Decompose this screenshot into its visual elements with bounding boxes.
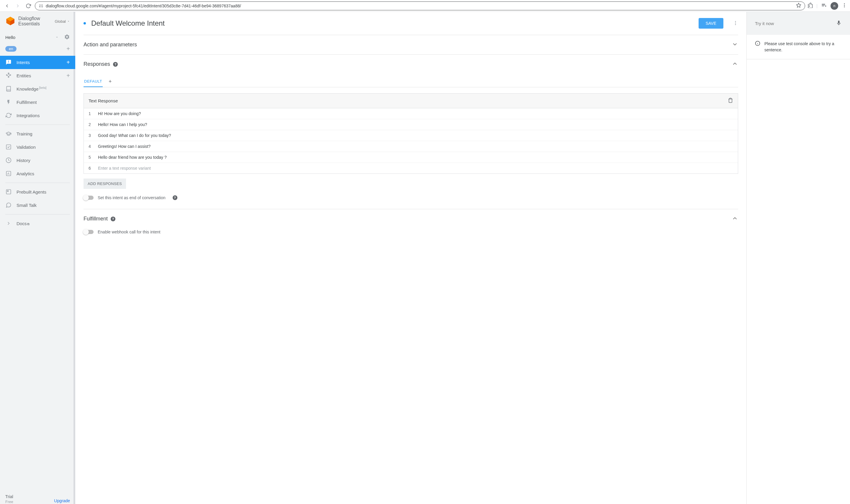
validation-icon [5, 144, 12, 150]
save-button[interactable]: SAVE [699, 18, 723, 29]
back-button[interactable] [3, 2, 11, 10]
sidebar-item-label: Small Talk [17, 203, 37, 208]
response-row[interactable]: 2Hello! How can I help you? [84, 119, 738, 130]
sidebar-item-label: Validation [17, 145, 36, 150]
sidebar-item-smalltalk[interactable]: Small Talk [0, 199, 75, 212]
sidebar-item-knowledge[interactable]: Knowledge[beta] [0, 82, 75, 96]
logo-area[interactable]: Dialogflow Essentials Global [0, 12, 75, 31]
add-language-button[interactable]: + [67, 46, 70, 52]
sidebar-item-training[interactable]: Training [0, 127, 75, 141]
forward-button[interactable] [14, 2, 22, 10]
response-row[interactable]: 1Hi! How are you doing? [84, 108, 738, 119]
chevron-down-icon [731, 41, 738, 48]
history-icon [5, 157, 12, 163]
add-entity-button[interactable]: + [67, 72, 70, 79]
url-bar[interactable]: dialogflow.cloud.google.com/#/agent/mypr… [35, 1, 805, 10]
sidebar-item-label: History [17, 158, 31, 163]
upgrade-link[interactable]: Upgrade [54, 498, 70, 503]
response-row-empty[interactable]: 6Enter a text response variant [84, 163, 738, 174]
sidebar-item-analytics[interactable]: Analytics [0, 167, 75, 180]
sidebar-item-label: Integrations [17, 113, 39, 118]
language-pill[interactable]: en [5, 46, 17, 52]
help-icon[interactable]: ? [173, 195, 177, 200]
site-settings-icon[interactable] [39, 3, 43, 8]
agent-selector[interactable]: Hello [5, 35, 59, 40]
sidebar-item-entities[interactable]: Entities + [0, 69, 75, 82]
sidebar-item-intents[interactable]: Intents + [0, 56, 75, 69]
sidebar-item-label: Training [17, 131, 33, 136]
try-it-input[interactable]: Try it now [755, 21, 774, 26]
sidebar-item-fulfillment[interactable]: Fulfillment [0, 96, 75, 109]
free-label: Free [5, 500, 13, 504]
svg-marker-9 [797, 3, 801, 7]
sidebar-item-validation[interactable]: Validation [0, 141, 75, 154]
extensions-icon[interactable] [808, 3, 813, 9]
unsaved-indicator [84, 22, 86, 24]
svg-point-12 [844, 6, 845, 7]
playlist-icon[interactable] [821, 2, 827, 9]
entities-icon [5, 72, 12, 79]
tab-default[interactable]: DEFAULT [84, 76, 103, 87]
svg-point-24 [735, 21, 736, 22]
sidebar-item-docs[interactable]: Docs⧉ [0, 217, 75, 230]
dialogflow-logo-icon [5, 16, 15, 26]
add-tab-button[interactable]: + [109, 78, 112, 85]
try-message: Please use test console above to try a s… [764, 41, 842, 53]
card-title: Text Response [89, 98, 118, 103]
trash-icon[interactable] [728, 98, 733, 104]
chevron-up-icon [731, 215, 738, 222]
sidebar-item-label: Docs⧉ [17, 221, 30, 226]
sidebar-item-label: Fulfillment [17, 100, 37, 105]
training-icon [5, 130, 12, 137]
text-response-card: Text Response 1Hi! How are you doing? 2H… [84, 93, 738, 174]
add-intent-button[interactable]: + [67, 59, 70, 66]
section-fulfillment[interactable]: Fulfillment ? [84, 209, 738, 228]
star-icon[interactable] [796, 3, 801, 9]
chevron-down-icon [55, 35, 59, 39]
sidebar-item-integrations[interactable]: Integrations [0, 109, 75, 122]
toggle-label: Enable webhook call for this intent [98, 230, 160, 234]
chevron-up-icon [731, 60, 738, 68]
mic-icon[interactable] [836, 20, 842, 27]
svg-rect-16 [6, 145, 11, 149]
fulfillment-icon [5, 99, 12, 105]
sidebar-item-history[interactable]: History [0, 154, 75, 167]
section-responses[interactable]: Responses ? [84, 55, 738, 74]
smalltalk-icon [5, 202, 12, 208]
reload-button[interactable] [24, 2, 33, 10]
intents-icon [5, 59, 12, 66]
profile-avatar[interactable]: n [831, 2, 838, 10]
analytics-icon [5, 170, 12, 177]
try-it-panel: Try it now Please use test console above… [747, 12, 850, 504]
sidebar-item-label: Entities [17, 73, 31, 78]
integrations-icon [5, 112, 12, 119]
add-responses-button[interactable]: ADD RESPONSES [84, 179, 126, 189]
more-menu-icon[interactable] [733, 20, 738, 26]
sidebar-item-label: Knowledge[beta] [17, 86, 46, 91]
help-icon[interactable]: ? [113, 62, 118, 67]
logo-text-2: Essentials [18, 21, 40, 26]
chrome-menu-icon[interactable] [842, 3, 847, 9]
intent-title[interactable]: Default Welcome Intent [91, 19, 693, 28]
section-action-params[interactable]: Action and parameters [84, 35, 738, 54]
response-row[interactable]: 5Hello dear friend how are you today ? [84, 152, 738, 163]
end-conversation-toggle[interactable] [84, 196, 94, 200]
url-text: dialogflow.cloud.google.com/#/agent/mypr… [46, 3, 794, 8]
webhook-toggle[interactable] [84, 230, 94, 234]
help-icon[interactable]: ? [111, 217, 115, 221]
sidebar: Dialogflow Essentials Global Hello en + [0, 12, 75, 504]
scope-selector[interactable]: Global [55, 19, 70, 24]
response-row[interactable]: 4Greetings! How can I assist? [84, 141, 738, 152]
toggle-label: Set this intent as end of conversation [98, 195, 166, 200]
gear-icon[interactable] [64, 34, 70, 41]
logo-text-1: Dialogflow [18, 16, 40, 21]
svg-rect-23 [7, 191, 8, 192]
response-row[interactable]: 3Good day! What can I do for you today? [84, 130, 738, 141]
trial-label: Trial [5, 494, 13, 499]
prebuilt-icon [5, 188, 12, 195]
svg-point-11 [844, 5, 845, 6]
sidebar-item-prebuilt[interactable]: Prebuilt Agents [0, 185, 75, 199]
svg-point-10 [844, 3, 845, 4]
svg-point-26 [735, 24, 736, 25]
knowledge-icon [5, 86, 12, 92]
